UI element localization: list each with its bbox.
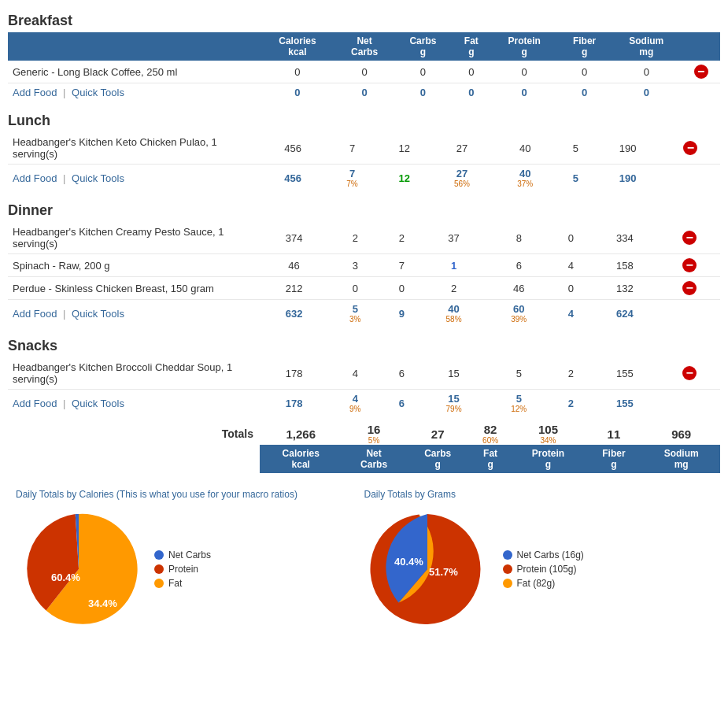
lunch-section: Lunch Headbanger's Kitchen Keto Chicken … (8, 108, 720, 191)
lunch-food-row: Headbanger's Kitchen Keto Chicken Pulao,… (8, 132, 720, 165)
netcarbs-dot-r (503, 550, 512, 560)
breakfast-separator: | (63, 87, 65, 98)
dinner-food-name-3: Perdue - Skinless Chicken Breast, 150 gr… (8, 277, 260, 300)
col-fat-header: Fatg (453, 32, 490, 61)
left-chart-wrapper: 60.4% 34.4% Net Carbs Protein Fat (16, 506, 364, 632)
snacks-add-row: Add Food | Quick Tools 178 49% 6 1579% 5… (8, 390, 720, 417)
col-calories-header: Calorieskcal (260, 32, 335, 61)
breakfast-total-fiber: 0 (558, 83, 611, 102)
col-protein-header: Proteing (490, 32, 558, 61)
dinner-add-food-link[interactable]: Add Food (13, 308, 57, 320)
fat-label: 60.4% (51, 572, 80, 583)
dinner-remove-button-2[interactable]: − (682, 258, 697, 272)
lunch-total-calories: 456 (260, 165, 326, 192)
right-chart-legend: Net Carbs (16g) Protein (105g) Fat (82g) (503, 549, 584, 589)
lunch-remove-button[interactable]: − (683, 141, 697, 155)
protein-label-r: 51.7% (429, 566, 458, 578)
lunch-food-carbs: 12 (379, 132, 431, 165)
dinner-remove-button-1[interactable]: − (682, 231, 697, 245)
col-netcarbs-header: NetCarbs (335, 32, 394, 61)
col-food-header (8, 32, 260, 61)
fat-label-text: Fat (168, 578, 182, 589)
dinner-food-name-2: Spinach - Raw, 200 g (8, 254, 260, 277)
legend-protein: Protein (154, 564, 211, 575)
grand-totals-section: Totals 1,266 165% 27 8260% 10534% 11 969… (8, 423, 720, 473)
left-pie-chart: 60.4% 34.4% (16, 506, 142, 632)
breakfast-total-protein: 0 (490, 83, 558, 102)
fat-label-r: 40.4% (394, 556, 423, 568)
dinner-quick-tools-link[interactable]: Quick Tools (72, 308, 124, 320)
snacks-section: Snacks Headbanger's Kitchen Broccoli Che… (8, 333, 720, 416)
breakfast-remove-button[interactable]: − (694, 65, 708, 79)
grand-total-protein: 10534% (512, 423, 586, 445)
breakfast-total-fat: 0 (453, 83, 490, 102)
col-carbs-header: Carbsg (394, 32, 452, 61)
breakfast-food-netcarbs: 0 (335, 61, 394, 83)
grand-total-fat: 8260% (470, 423, 512, 445)
lunch-total-protein: 4037% (493, 165, 556, 192)
lunch-total-carbs: 12 (379, 165, 431, 192)
breakfast-total-sodium: 0 (611, 83, 682, 102)
breakfast-add-row: Add Food | Quick Tools 0 0 0 0 0 0 0 (8, 83, 720, 102)
left-chart-container: Daily Totals by Calories (This is what y… (16, 489, 364, 632)
breakfast-section: Breakfast Calorieskcal NetCarbs Carbsg F… (8, 8, 720, 102)
breakfast-header-row: Calorieskcal NetCarbs Carbsg Fatg Protei… (8, 32, 720, 61)
dinner-section: Dinner Headbanger's Kitchen Creamy Pesto… (8, 198, 720, 327)
dinner-food-row-1: Headbanger's Kitchen Creamy Pesto Sauce,… (8, 222, 720, 254)
legend-protein-r: Protein (105g) (503, 564, 584, 575)
netcarbs-dot (154, 550, 164, 560)
legend-netcarbs: Net Carbs (154, 549, 211, 560)
dinner-food-name-1: Headbanger's Kitchen Creamy Pesto Sauce,… (8, 222, 260, 254)
netcarbs-label-r: Net Carbs (16g) (517, 549, 584, 560)
grand-total-carbs: 27 (406, 423, 470, 445)
snacks-food-row: Headbanger's Kitchen Broccoli Cheddar So… (8, 357, 720, 390)
snacks-quick-tools-link[interactable]: Quick Tools (72, 398, 124, 409)
grand-totals-row: Totals 1,266 165% 27 8260% 10534% 11 969 (8, 423, 720, 445)
dinner-title: Dinner (8, 198, 720, 222)
breakfast-total-calories: 0 (260, 83, 335, 102)
breakfast-food-calories: 0 (260, 61, 335, 83)
lunch-food-protein: 40 (493, 132, 556, 165)
right-chart-container: Daily Totals by Grams 51.7% 40.4% (364, 489, 713, 632)
protein-dot (154, 564, 164, 574)
right-chart-title: Daily Totals by Grams (364, 489, 713, 500)
snacks-food-name: Headbanger's Kitchen Broccoli Cheddar So… (8, 357, 260, 390)
left-chart-legend: Net Carbs Protein Fat (154, 549, 211, 589)
charts-section: Daily Totals by Calories (This is what y… (8, 489, 720, 632)
breakfast-food-fat: 0 (453, 61, 490, 83)
grand-totals-label: Totals (8, 423, 260, 445)
fat-label-r-text: Fat (82g) (517, 578, 556, 589)
breakfast-food-row: Generic - Long Black Coffee, 250 ml 0 0 … (8, 61, 720, 83)
lunch-food-netcarbs: 7 (326, 132, 378, 165)
protein-label-r-text: Protein (105g) (517, 564, 577, 575)
breakfast-total-carbs: 0 (394, 83, 452, 102)
lunch-title: Lunch (8, 108, 720, 132)
lunch-quick-tools-link[interactable]: Quick Tools (72, 172, 124, 184)
protein-dot-r (503, 564, 512, 574)
legend-fat: Fat (154, 578, 211, 589)
grand-total-sodium: 969 (642, 423, 720, 445)
right-pie-chart: 51.7% 40.4% (364, 506, 490, 632)
lunch-food-name: Headbanger's Kitchen Keto Chicken Pulao,… (8, 132, 260, 165)
fat-dot-r (503, 579, 512, 588)
breakfast-food-fiber: 0 (558, 61, 611, 83)
snacks-title: Snacks (8, 333, 720, 357)
right-chart-wrapper: 51.7% 40.4% Net Carbs (16g) Protein (105… (364, 506, 713, 632)
lunch-total-netcarbs: 77% (326, 165, 378, 192)
lunch-food-fiber: 5 (556, 132, 594, 165)
breakfast-food-sodium: 0 (611, 61, 682, 83)
legend-netcarbs-r: Net Carbs (16g) (503, 549, 584, 560)
dinner-food-row-3: Perdue - Skinless Chicken Breast, 150 gr… (8, 277, 720, 300)
dinner-food-row-2: Spinach - Raw, 200 g 46 3 7 1 6 4 158 − (8, 254, 720, 277)
breakfast-title: Breakfast (8, 8, 720, 32)
protein-label: 34.4% (88, 597, 117, 609)
breakfast-add-food-link[interactable]: Add Food (13, 87, 57, 98)
breakfast-quick-tools-link[interactable]: Quick Tools (72, 87, 124, 98)
snacks-remove-button[interactable]: − (682, 366, 697, 380)
lunch-total-fiber: 5 (556, 165, 594, 192)
lunch-add-food-link[interactable]: Add Food (13, 172, 57, 184)
protein-label: Protein (168, 564, 198, 575)
dinner-remove-button-3[interactable]: − (682, 281, 697, 295)
lunch-total-fat: 2756% (431, 165, 493, 192)
snacks-add-food-link[interactable]: Add Food (13, 398, 57, 409)
